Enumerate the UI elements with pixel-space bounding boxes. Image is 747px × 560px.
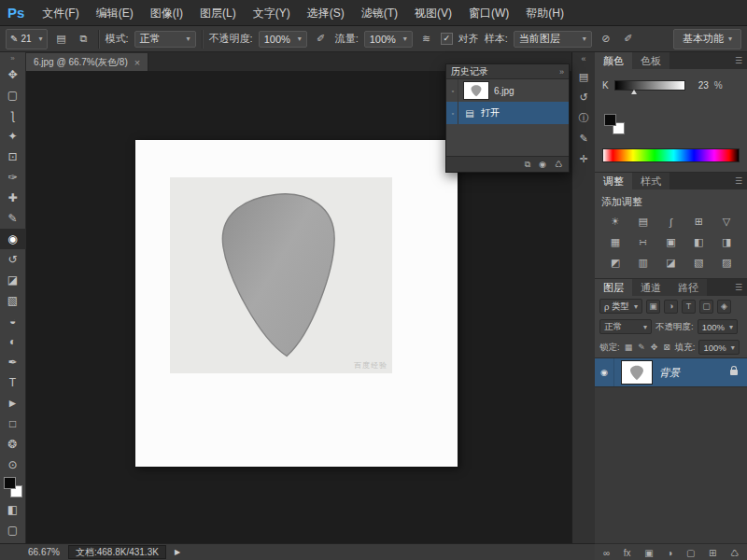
color-swatches[interactable]	[4, 477, 22, 497]
curves-icon[interactable]: ∫	[657, 214, 685, 230]
tab-styles[interactable]: 样式	[632, 173, 669, 189]
panel-color-swatches[interactable]	[604, 114, 625, 134]
link-layers-icon[interactable]: ∞	[603, 548, 610, 558]
invert-icon[interactable]: ◩	[601, 255, 629, 271]
airbrush-icon[interactable]: ≋	[418, 31, 435, 48]
history-open-step[interactable]: ▫ ▤ 打开	[446, 102, 569, 124]
tab-color[interactable]: 颜色	[595, 52, 632, 69]
expand-panels-icon[interactable]: «	[581, 52, 585, 66]
tab-layers[interactable]: 图层	[595, 279, 632, 296]
delete-state-icon[interactable]: ♺	[555, 160, 562, 169]
delete-layer-icon[interactable]: ♺	[730, 548, 739, 558]
pressure-size-icon[interactable]: ✐	[620, 31, 637, 48]
zoom-level-field[interactable]: 66.67%	[28, 547, 60, 557]
lock-paint-icon[interactable]: ✎	[637, 343, 646, 352]
clone-source-panel-icon[interactable]: ⧉	[76, 31, 92, 48]
exposure-icon[interactable]: ⊞	[684, 214, 712, 230]
filter-pixel-layers-icon[interactable]: ▣	[646, 300, 660, 314]
menu-layer[interactable]: 图层(L)	[191, 0, 245, 26]
quick-selection-tool[interactable]: ✦	[0, 126, 26, 147]
flow-select[interactable]: 100% ▾	[364, 31, 413, 48]
screen-mode-button[interactable]: ▢	[0, 520, 26, 540]
navigator-panel-icon[interactable]: ✛	[572, 148, 596, 169]
quick-mask-button[interactable]: ◧	[0, 499, 26, 520]
info-panel-icon[interactable]: ⓘ	[572, 107, 596, 128]
crop-tool[interactable]: ⊡	[0, 147, 26, 167]
layer-fill-select[interactable]: 100% ▾	[698, 340, 739, 355]
layer-opacity-select[interactable]: 100% ▾	[698, 319, 738, 334]
path-selection-tool[interactable]: ►	[0, 393, 26, 413]
foreground-color-swatch[interactable]	[4, 477, 16, 489]
new-snapshot-icon[interactable]: ◉	[539, 160, 546, 169]
status-options-arrow-icon[interactable]: ▶	[175, 548, 180, 556]
dodge-tool[interactable]: ◐	[0, 331, 26, 352]
workspace-switcher-button[interactable]: 基本功能 ▾	[673, 29, 741, 49]
menu-edit[interactable]: 编辑(E)	[88, 0, 142, 26]
pen-tool[interactable]: ✒	[0, 352, 26, 372]
brush-panel-icon[interactable]: ✎	[572, 128, 596, 148]
k-slider[interactable]	[614, 80, 685, 91]
menu-file[interactable]: 文件(F)	[34, 0, 87, 26]
zoom-tool[interactable]: ⊙	[0, 455, 26, 475]
layer-row-background[interactable]: ◉ 背景	[595, 358, 747, 387]
menu-image[interactable]: 图像(I)	[142, 0, 191, 26]
new-document-from-state-icon[interactable]: ⧉	[525, 160, 530, 170]
layer-filter-kind-select[interactable]: ρ 类型 ▾	[599, 299, 642, 314]
filter-shape-layers-icon[interactable]: ▢	[699, 300, 713, 314]
blur-tool[interactable]: ◒	[0, 311, 26, 331]
slider-marker[interactable]	[631, 90, 637, 94]
threshold-icon[interactable]: ◪	[657, 255, 685, 271]
menu-window[interactable]: 窗口(W)	[460, 0, 517, 26]
align-checkbox[interactable]: ✓	[441, 33, 453, 45]
open-document[interactable]: 百度经验	[135, 140, 458, 467]
lasso-tool[interactable]: ƪ	[0, 105, 26, 126]
add-layer-mask-icon[interactable]: ▣	[644, 548, 653, 558]
eyedropper-tool[interactable]: ✑	[0, 167, 26, 188]
opacity-select[interactable]: 100% ▾	[259, 31, 307, 48]
selective-color-icon[interactable]: ▨	[712, 255, 740, 271]
menu-type[interactable]: 文字(Y)	[245, 0, 299, 26]
blend-mode-select[interactable]: 正常 ▾	[134, 31, 196, 48]
k-value[interactable]: 23	[698, 80, 709, 91]
new-layer-icon[interactable]: ⊞	[709, 548, 716, 558]
layer-thumbnail[interactable]	[621, 360, 653, 385]
sample-select[interactable]: 当前图层 ▾	[514, 31, 592, 48]
color-spectrum-ramp[interactable]	[602, 148, 740, 162]
tab-adjustments[interactable]: 调整	[595, 173, 632, 189]
healing-brush-tool[interactable]: ✚	[0, 188, 26, 208]
history-brush-source-checkbox[interactable]: ▫	[448, 79, 458, 102]
marquee-tool[interactable]: ▢	[0, 85, 26, 105]
properties-panel-icon[interactable]: ▤	[572, 66, 596, 87]
layer-blend-mode-select[interactable]: 正常 ▾	[599, 319, 652, 334]
filter-type-layers-icon[interactable]: T	[682, 300, 696, 314]
filter-adjustment-layers-icon[interactable]: ◑	[664, 300, 678, 314]
menu-select[interactable]: 选择(S)	[299, 0, 353, 26]
toolbar-collapse-icon[interactable]: »	[10, 52, 14, 64]
lock-transparency-icon[interactable]: ▦	[624, 343, 634, 352]
menu-view[interactable]: 视图(V)	[406, 0, 460, 26]
levels-icon[interactable]: ▤	[629, 214, 657, 230]
new-group-icon[interactable]: ▢	[686, 548, 695, 558]
new-adjustment-layer-icon[interactable]: ◑	[667, 548, 672, 558]
clone-stamp-tool[interactable]: ◉	[0, 229, 26, 249]
layer-name[interactable]: 背景	[659, 366, 730, 380]
history-brush-tool[interactable]: ↺	[0, 249, 26, 270]
foreground-color-swatch[interactable]	[604, 114, 616, 126]
hue-saturation-icon[interactable]: ▦	[601, 234, 629, 250]
eraser-tool[interactable]: ◪	[0, 270, 26, 290]
brush-panel-toggle-icon[interactable]: ▤	[53, 31, 70, 48]
layer-effects-icon[interactable]: fx	[624, 548, 631, 558]
tab-swatches[interactable]: 色板	[632, 52, 669, 69]
document-tab[interactable]: 6.jpg @ 66.7%(灰色/8) ×	[26, 53, 148, 72]
close-icon[interactable]: ×	[134, 57, 140, 68]
channel-mixer-icon[interactable]: ◨	[712, 234, 740, 250]
collapse-panel-icon[interactable]: »	[559, 67, 564, 77]
photo-filter-icon[interactable]: ◧	[684, 234, 712, 250]
menu-filter[interactable]: 滤镜(T)	[353, 0, 406, 26]
ignore-adjustment-layers-icon[interactable]: ⊘	[598, 31, 614, 48]
history-brush-source-checkbox[interactable]: ▫	[448, 102, 458, 124]
panel-menu-icon[interactable]: ☰	[730, 279, 747, 296]
vibrance-icon[interactable]: ▽	[712, 214, 740, 230]
photo-image[interactable]: 百度经验	[170, 177, 392, 373]
move-tool[interactable]: ✥	[0, 64, 26, 85]
